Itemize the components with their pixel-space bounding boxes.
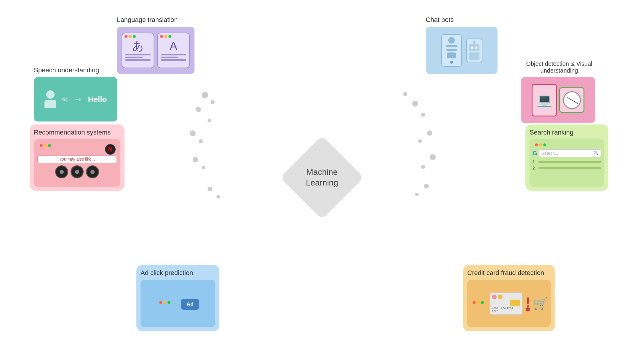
chat-title: Chat bots (426, 16, 498, 24)
fraud-chip (510, 300, 520, 306)
search-g-label: G (533, 150, 537, 157)
addot-yellow (163, 301, 166, 304)
jp-char: あ (122, 40, 154, 52)
fraud-credit-card: 4094 1234 1234 1223 (490, 292, 522, 315)
fraud-title: Credit card fraud detection (467, 269, 551, 277)
diagram-container: Machine Learning Language translation (0, 0, 644, 355)
dot-tr1 (403, 92, 407, 96)
dot-br1 (424, 184, 429, 188)
dot-tl4 (208, 119, 211, 122)
rec-discs (37, 165, 117, 178)
netflix-logo: N (105, 144, 116, 155)
fraud-card-number: 4094 1234 1234 1223 (492, 307, 520, 313)
dot-tr7 (421, 165, 425, 169)
dot-tl3 (196, 107, 201, 112)
disc3-inner (90, 170, 95, 174)
ad-title: Ad click prediction (141, 269, 215, 277)
dot-yellow (129, 35, 132, 38)
disc1 (55, 165, 68, 178)
chat-inner (426, 27, 498, 74)
search-title: Search ranking (530, 129, 604, 136)
robot-body (469, 52, 479, 60)
ad-click-card: Ad click prediction Ad (136, 265, 219, 331)
speech-inner: ≪ → Hello (34, 77, 117, 121)
object-detection-card: Object detection & Visual understanding … (517, 56, 600, 127)
fdot-green (481, 301, 484, 304)
dot-tl6 (199, 139, 203, 143)
dot-yellow2 (164, 35, 167, 38)
rec-win-dots (37, 142, 117, 148)
dot-tr5 (418, 139, 422, 143)
jp-line1 (125, 54, 151, 55)
recommendation-card: Recommendation systems N You may also li… (30, 124, 125, 191)
robot-head (469, 44, 479, 52)
speech-title: Speech understanding (34, 66, 117, 74)
search-ranking-card: Search ranking G Search... 🔍 1 2 (525, 124, 608, 191)
lang-win-dots-en (158, 33, 189, 39)
sdot-red (535, 143, 538, 146)
dot-red2 (160, 35, 163, 38)
fdot-red (473, 301, 476, 304)
lang-window-en: A (157, 33, 190, 68)
fraud-cart-icon: 🛒 (533, 297, 548, 311)
ad-button: Ad (181, 299, 199, 310)
ad-inner: Ad (141, 280, 215, 327)
fraud-win-dots (470, 299, 486, 305)
speech-person (44, 90, 56, 108)
language-translation-card: Language translation あ (113, 12, 199, 78)
rec-inner: N You may also like... (34, 139, 120, 187)
dot-tr4 (427, 130, 432, 136)
fraud-exclaim-group: ! (525, 295, 530, 311)
chat-msg2 (446, 49, 457, 51)
lang-window-jp: あ (122, 33, 154, 68)
en-line1 (161, 54, 186, 55)
jp-line2 (125, 57, 143, 58)
fdot-yellow (477, 301, 480, 304)
speech-hello: Hello (88, 95, 107, 104)
speech-person-body (44, 100, 56, 108)
search-bar: G Search... 🔍 (533, 149, 601, 157)
search-result-2: 2 (533, 166, 601, 170)
clock-face (563, 91, 581, 109)
search-input-box: Search... 🔍 (539, 149, 601, 157)
robot-eye-left (471, 47, 473, 49)
dot-br2 (415, 193, 419, 196)
robot-antenna (474, 41, 475, 44)
lang-win-dots-jp (122, 33, 154, 39)
speech-person-head (46, 90, 55, 99)
dot-red (125, 35, 127, 38)
dot-green2 (168, 35, 171, 38)
dot-green (133, 35, 136, 38)
speech-arrow: → (73, 93, 83, 105)
en-line2 (161, 57, 178, 58)
exclaim-dot (526, 307, 530, 311)
jp-lines (122, 52, 154, 63)
object-inner: 💻 (521, 77, 595, 123)
chat-bots-card: Chat bots (422, 12, 502, 78)
disc1-inner (60, 170, 64, 174)
sdot-green (543, 143, 546, 146)
search-placeholder: Search... (542, 151, 558, 156)
addot-green (168, 301, 170, 304)
rank-1: 1 (533, 159, 537, 164)
sdot-yellow (539, 143, 542, 146)
en-line3 (161, 59, 186, 61)
chat-msg1 (446, 45, 458, 47)
ad-content-row: Ad (177, 298, 199, 310)
dot-tr6 (430, 154, 436, 160)
search-win-dots (533, 142, 601, 148)
search-result-1: 1 (533, 159, 601, 164)
chat-person-body (447, 52, 456, 58)
disc2-inner (75, 170, 79, 174)
search-line-2 (538, 167, 601, 169)
rdot-yellow (44, 144, 47, 147)
rank-2: 2 (533, 166, 537, 170)
search-line-1 (538, 161, 601, 163)
search-icon: 🔍 (594, 151, 599, 156)
clock-hand-hour (567, 97, 572, 100)
chat-person-head (448, 37, 455, 44)
dot-tl8 (202, 166, 205, 169)
en-char: A (158, 40, 189, 52)
speech-waves: ≪ (61, 95, 68, 103)
rdot-green (48, 144, 51, 147)
